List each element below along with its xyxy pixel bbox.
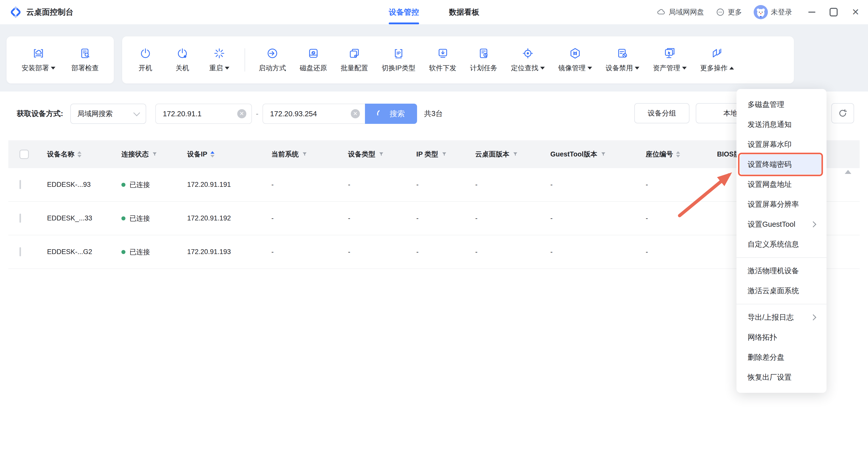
- menu-item-factory-reset[interactable]: 恢复出厂设置: [737, 367, 827, 387]
- menu-item-set-guesttool[interactable]: 设置GuestTool: [737, 214, 827, 234]
- col-seat-number[interactable]: 座位编号: [646, 150, 717, 159]
- menu-item-network-topology[interactable]: 网络拓扑: [737, 327, 827, 347]
- locate-button[interactable]: 定位查找: [511, 47, 545, 72]
- clear-icon[interactable]: ✕: [237, 109, 246, 118]
- scheduled-task-button[interactable]: 计划任务: [470, 47, 497, 72]
- cell-device-name: EDDESK_...33: [47, 214, 121, 222]
- cell-device-name: EDDESK-...G2: [47, 248, 121, 256]
- disk-restore-icon: [307, 47, 319, 59]
- menu-item-netdisk-address[interactable]: 设置网盘地址: [737, 174, 827, 194]
- row-checkbox[interactable]: [20, 214, 21, 223]
- col-guesttool-version[interactable]: GuestTool版本: [550, 150, 646, 159]
- deploy-check-button[interactable]: 部署检查: [71, 47, 99, 72]
- ip-end-input[interactable]: 172.20.93.254 ✕: [262, 104, 365, 124]
- device-disable-button[interactable]: 设备禁用: [606, 47, 639, 72]
- active-tab-underline: [389, 23, 419, 24]
- restart-button[interactable]: 重启: [208, 47, 231, 72]
- boot-mode-button[interactable]: 启动方式: [259, 47, 286, 72]
- cell-device-ip: 172.20.91.192: [187, 214, 271, 222]
- menu-item-multi-disk[interactable]: 多磁盘管理: [737, 95, 827, 115]
- row-checkbox[interactable]: [20, 247, 21, 256]
- maximize-button[interactable]: [830, 8, 838, 17]
- cell-device-ip: 172.20.91.191: [187, 181, 271, 189]
- menu-item-send-message[interactable]: 发送消息通知: [737, 115, 827, 134]
- menu-item-activate-cloud-desktop[interactable]: 激活云桌面系统: [737, 281, 827, 301]
- menu-item-screen-resolution[interactable]: 设置屏幕分辨率: [737, 194, 827, 214]
- cell-seat-number: -: [646, 181, 717, 189]
- filter-bar: 获取设备方式: 局域网搜索 172.20.91.1 ✕ - 172.20.93.…: [17, 103, 851, 124]
- menu-item-screen-watermark[interactable]: 设置屏幕水印: [737, 134, 827, 155]
- select-all-checkbox[interactable]: [20, 150, 29, 159]
- table-row: EDDESK-...G2 已连接 172.20.91.193 - - - - -…: [8, 235, 860, 269]
- topbar-right: 局域网网盘 更多: [657, 0, 859, 24]
- minimize-button[interactable]: [808, 12, 815, 13]
- image-manage-button[interactable]: 镜像管理: [558, 47, 592, 72]
- cell-desktop-version: -: [475, 214, 550, 222]
- asset-manage-button[interactable]: 资产管理: [653, 47, 687, 72]
- loading-spinner-icon: [376, 109, 386, 119]
- menu-item-activate-physical[interactable]: 激活物理机设备: [737, 261, 827, 281]
- device-group-button[interactable]: 设备分组: [634, 103, 689, 123]
- batch-config-button[interactable]: 批量配置: [341, 47, 368, 72]
- table-header-row: 设备名称 连接状态 设备IP 当前系统 设备类型 IP 类型: [8, 140, 860, 168]
- disk-restore-button[interactable]: 磁盘还原: [300, 47, 327, 72]
- install-deploy-button[interactable]: 安装部署: [22, 47, 55, 72]
- acquire-method-select[interactable]: 局域网搜索: [70, 104, 146, 124]
- col-connection-status[interactable]: 连接状态: [121, 150, 187, 159]
- refresh-icon: [838, 108, 848, 118]
- app-title: 云桌面控制台: [26, 7, 73, 18]
- chevron-down-icon: [133, 109, 140, 116]
- filter-icon: [302, 152, 308, 157]
- account-area[interactable]: 未登录: [754, 5, 792, 19]
- search-button[interactable]: 搜索: [365, 104, 417, 124]
- menu-item-custom-system-info[interactable]: 自定义系统信息: [737, 234, 827, 254]
- menu-item-export-logs[interactable]: 导出/上报日志: [737, 307, 827, 327]
- close-button[interactable]: ✕: [852, 8, 859, 17]
- caret-down-icon: [540, 67, 545, 69]
- col-device-type[interactable]: 设备类型: [348, 150, 416, 159]
- device-disable-icon: [616, 47, 628, 59]
- install-deploy-icon: [32, 47, 44, 59]
- filter-icon: [600, 152, 606, 157]
- cell-device-type: -: [348, 248, 416, 256]
- deploy-card: 安装部署 部署检查: [7, 36, 114, 84]
- tab-device-management[interactable]: 设备管控: [389, 0, 419, 24]
- software-deploy-button[interactable]: 软件下发: [429, 47, 457, 72]
- ip-start-input[interactable]: 172.20.91.1 ✕: [155, 104, 252, 124]
- col-device-name[interactable]: 设备名称: [47, 150, 121, 159]
- cell-connection-status: 已连接: [121, 248, 187, 257]
- more-operations-button[interactable]: 更多操作: [700, 47, 734, 72]
- cell-device-name: EDDESK-...93: [47, 181, 121, 189]
- menu-item-terminal-password[interactable]: 设置终端密码: [740, 155, 822, 174]
- switch-ip-type-button[interactable]: IP 切换IP类型: [382, 47, 415, 72]
- refresh-button[interactable]: [831, 103, 854, 123]
- col-device-ip[interactable]: 设备IP: [187, 150, 271, 159]
- cell-device-ip: 172.20.91.193: [187, 248, 271, 256]
- clear-icon[interactable]: ✕: [351, 109, 360, 118]
- more-button[interactable]: 更多: [716, 7, 742, 17]
- tab-data-dashboard[interactable]: 数据看板: [449, 0, 479, 24]
- avatar: [754, 5, 768, 19]
- filter-icon: [152, 152, 158, 157]
- cell-current-system: -: [271, 214, 348, 222]
- range-separator: -: [256, 109, 258, 118]
- locate-icon: [522, 47, 534, 59]
- scroll-up-arrow[interactable]: [845, 170, 851, 174]
- cell-device-type: -: [348, 181, 416, 189]
- power-off-button[interactable]: 关机: [171, 47, 194, 72]
- sort-asc-icon: [210, 151, 214, 158]
- deploy-check-icon: [79, 47, 91, 59]
- restart-icon: [213, 47, 225, 59]
- row-checkbox[interactable]: [20, 180, 21, 189]
- lan-disk-button[interactable]: 局域网网盘: [657, 7, 704, 17]
- menu-divider: [737, 304, 827, 304]
- power-on-button[interactable]: 开机: [134, 47, 157, 72]
- cell-connection-status: 已连接: [121, 214, 187, 223]
- col-ip-type[interactable]: IP 类型: [416, 150, 475, 159]
- col-current-system[interactable]: 当前系统: [271, 150, 348, 159]
- menu-item-delete-diff-disk[interactable]: 删除差分盘: [737, 347, 827, 367]
- sort-icon: [676, 151, 680, 158]
- cell-guesttool-version: -: [550, 214, 646, 222]
- more-operations-menu: 多磁盘管理 发送消息通知 设置屏幕水印 设置终端密码 设置网盘地址 设置屏幕分辨…: [737, 89, 827, 393]
- col-desktop-version[interactable]: 云桌面版本: [475, 150, 550, 159]
